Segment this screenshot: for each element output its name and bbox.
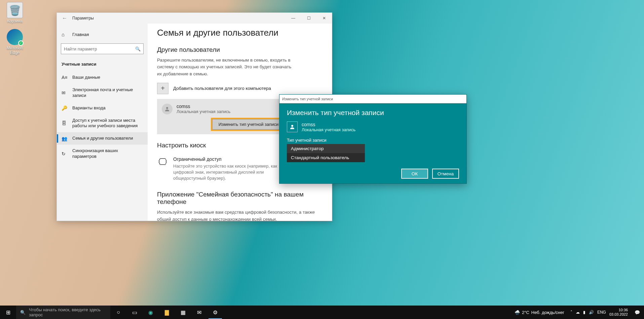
recycle-bin-icon: 🗑️ xyxy=(7,2,23,18)
settings-icon[interactable]: ⚙ xyxy=(207,306,223,319)
user-avatar-icon xyxy=(287,121,298,132)
user-type: Локальная учетная запись xyxy=(177,109,230,114)
search-icon: 🔍 xyxy=(135,46,141,51)
clock-date: 03.03.2022 xyxy=(609,312,628,317)
other-users-heading: Другие пользователи xyxy=(157,46,323,54)
modal-user-name: comss xyxy=(302,122,355,127)
change-account-type-button[interactable]: Изменить тип учетной записи xyxy=(212,119,285,130)
family-app-heading: Приложение "Семейная безопасность" на ва… xyxy=(157,191,323,206)
other-users-desc: Разрешите пользователям, не включенным в… xyxy=(157,57,292,77)
network-icon[interactable]: ▮ xyxy=(583,310,585,315)
nav-item-signin-options[interactable]: 🔑 Варианты входа xyxy=(57,102,148,114)
dropdown-option-standard[interactable]: Стандартный пользователь xyxy=(287,153,365,162)
search-icon: 🔍 xyxy=(20,310,26,315)
home-icon: ⌂ xyxy=(62,32,68,37)
task-view-icon[interactable]: ▭ xyxy=(126,306,143,319)
sidebar-home-label: Главная xyxy=(72,32,89,37)
taskbar-search-placeholder: Чтобы начать поиск, введите здесь запрос xyxy=(29,307,106,317)
back-button[interactable]: ← xyxy=(57,15,72,21)
nav-item-email[interactable]: ✉ Электронная почта и учетные записи xyxy=(57,84,148,102)
window-title: Параметры xyxy=(72,16,286,21)
volume-icon[interactable]: 🔊 xyxy=(589,310,594,315)
settings-search[interactable]: 🔍 xyxy=(61,43,144,54)
minimize-button[interactable]: — xyxy=(286,13,301,24)
kiosk-item-desc: Настройте это устройство как киоск (напр… xyxy=(173,163,288,182)
clock-time: 10:36 xyxy=(609,308,628,312)
account-type-label: Тип учетной записи xyxy=(287,138,459,143)
page-heading: Семья и другие пользователи xyxy=(157,28,323,38)
modal-titlebar-text: Изменить тип учетной записи xyxy=(282,97,333,101)
key-icon: 🔑 xyxy=(62,105,68,111)
edge-icon: ✓ xyxy=(7,29,23,45)
settings-sidebar: ⌂ Главная 🔍 Учетные записи A≡ Ваши данны… xyxy=(57,24,148,221)
desktop-icon-recycle-bin[interactable]: 🗑️ Корзина xyxy=(2,2,28,24)
onedrive-icon[interactable]: ☁ xyxy=(576,310,580,315)
sidebar-home[interactable]: ⌂ Главная xyxy=(57,28,148,41)
monitor-icon: 🖵 xyxy=(157,156,168,168)
people-icon: 👥 xyxy=(62,136,68,141)
taskbar-search[interactable]: 🔍 Чтобы начать поиск, введите здесь запр… xyxy=(16,306,110,319)
cancel-button[interactable]: Отмена xyxy=(432,169,459,179)
sync-icon: ↻ xyxy=(62,151,68,156)
ok-button[interactable]: ОК xyxy=(401,169,428,179)
mail-icon[interactable]: ✉ xyxy=(191,306,207,319)
nav-item-sync[interactable]: ↻ Синхронизация ваших параметров xyxy=(57,145,148,163)
modal-titlebar[interactable]: Изменить тип учетной записи xyxy=(279,95,466,103)
add-user-row[interactable]: + Добавить пользователя для этого компью… xyxy=(157,83,323,94)
family-app-desc: Используйте все знакомые вам средства ци… xyxy=(157,209,322,221)
language-indicator[interactable]: ENG xyxy=(597,310,606,315)
change-account-type-dialog: Изменить тип учетной записи Изменить тип… xyxy=(279,94,467,184)
modal-user-type: Локальная учетная запись xyxy=(302,127,355,132)
svg-point-0 xyxy=(166,107,168,109)
close-button[interactable]: ✕ xyxy=(316,13,332,24)
desktop-icon-edge[interactable]: ✓ Microsoft Edge xyxy=(2,29,28,55)
system-tray[interactable]: ˄ ☁ ▮ 🔊 ENG xyxy=(567,310,609,315)
sidebar-section-title: Учетные записи xyxy=(57,59,148,71)
account-type-dropdown[interactable]: Администратор Стандартный пользователь xyxy=(287,144,365,162)
weather-text: Неб. дождь/снег xyxy=(531,310,564,315)
action-center-icon[interactable]: 💬 xyxy=(631,310,644,315)
weather-temp: 2°C xyxy=(522,310,529,315)
user-name: comss xyxy=(177,104,230,109)
modal-user-info: comss Локальная учетная запись xyxy=(287,121,459,132)
taskbar-weather[interactable]: 🌧️ 2°C Неб. дождь/снег xyxy=(515,310,564,315)
mail-icon: ✉ xyxy=(62,90,68,96)
nav-item-work-access[interactable]: 🗄 Доступ к учетной записи места работы и… xyxy=(57,114,148,133)
search-input[interactable] xyxy=(64,46,135,51)
person-badge-icon: A≡ xyxy=(62,75,68,80)
taskbar-clock[interactable]: 10:36 03.03.2022 xyxy=(609,308,631,317)
cortana-icon[interactable]: ○ xyxy=(110,306,126,319)
svg-point-1 xyxy=(291,125,293,127)
briefcase-icon: 🗄 xyxy=(62,120,68,126)
dropdown-option-admin[interactable]: Администратор xyxy=(287,144,365,153)
taskbar: ⊞ 🔍 Чтобы начать поиск, введите здесь за… xyxy=(0,306,644,319)
maximize-button[interactable]: ☐ xyxy=(301,13,316,24)
add-user-label: Добавить пользователя для этого компьюте… xyxy=(173,86,271,91)
weather-icon: 🌧️ xyxy=(515,310,520,315)
nav-item-your-info[interactable]: A≡ Ваши данные xyxy=(57,71,148,84)
user-avatar-icon xyxy=(162,104,173,114)
store-icon[interactable]: ▦ xyxy=(175,306,191,319)
explorer-icon[interactable]: ▇ xyxy=(159,306,175,319)
nav-item-family[interactable]: 👥 Семья и другие пользователи xyxy=(57,132,148,145)
plus-icon[interactable]: + xyxy=(157,83,168,94)
start-button[interactable]: ⊞ xyxy=(0,309,16,316)
chevron-up-icon[interactable]: ˄ xyxy=(570,310,572,315)
desktop-icon-label: Microsoft Edge xyxy=(2,46,28,55)
window-titlebar[interactable]: ← Параметры — ☐ ✕ xyxy=(57,13,332,24)
modal-heading: Изменить тип учетной записи xyxy=(287,109,459,117)
kiosk-item-title: Ограниченный доступ xyxy=(173,156,288,162)
edge-icon[interactable]: ◉ xyxy=(143,306,159,319)
desktop-icon-label: Корзина xyxy=(2,19,28,24)
